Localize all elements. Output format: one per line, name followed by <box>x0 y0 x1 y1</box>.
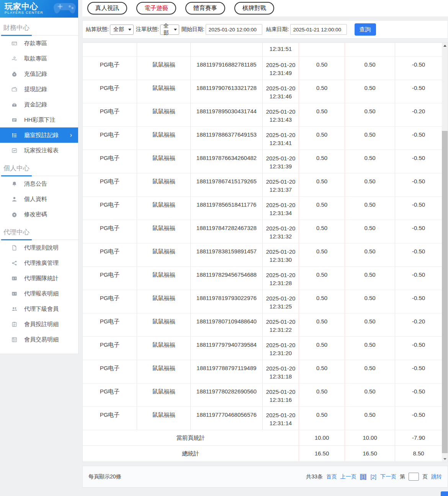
game-cell: 鼠鼠福福 <box>137 173 191 196</box>
game-category-tab[interactable]: 棋牌對戰 <box>234 2 274 15</box>
game-cell: 鼠鼠福福 <box>137 127 191 150</box>
game-category-tab[interactable]: 電子遊藝 <box>136 2 176 15</box>
sidebar-item[interactable]: 修改密碼 <box>0 207 78 222</box>
sidebar-item[interactable]: 消息公告 <box>0 176 78 191</box>
sidebar-item-label: 代理下級會員 <box>24 305 59 313</box>
sidebar-item[interactable]: 玩家投注報表 <box>0 143 78 158</box>
order-number-cell: 1881197916882781185 <box>191 57 263 80</box>
sidebar-item[interactable]: 代理團隊統計 <box>0 271 78 286</box>
winloss-cell: -0.50 <box>395 407 442 430</box>
jump-page-input[interactable] <box>409 473 419 481</box>
time-cell: 2025-01-20 12:31:49 <box>263 57 299 80</box>
users-icon <box>11 306 18 312</box>
sidebar-item[interactable]: 充值記錄 <box>0 66 78 82</box>
sidebar-item[interactable]: 廳室投註記錄 › <box>0 127 78 143</box>
corner-widget[interactable] <box>441 491 448 496</box>
time-cell: 2025-01-20 12:31:28 <box>263 267 299 290</box>
valid-amount-cell: 0.50 <box>345 150 395 173</box>
time-line: 12:31:49 <box>270 69 292 77</box>
sidebar-item[interactable]: 代理推廣管理 <box>0 255 78 271</box>
scroll-up-arrow[interactable] <box>442 43 448 49</box>
table-row: PG电子 鼠鼠福福 1881197895030431744 2025-01-20… <box>83 103 442 127</box>
order-status-value: 全部 <box>164 23 172 36</box>
next-page-link[interactable]: 下一页 <box>380 473 396 480</box>
order-status-select[interactable]: 全部 <box>160 24 179 35</box>
scroll-down-arrow[interactable] <box>442 456 448 462</box>
sidebar-section-finance: 財務中心 存款專區 取款專區 充值記錄 提現記錄 <box>0 18 78 158</box>
share-icon <box>11 260 18 266</box>
time-line: 12:31:18 <box>270 372 292 380</box>
scrollbar-thumb[interactable] <box>442 131 448 453</box>
bet-amount-cell: 0.50 <box>299 243 345 266</box>
order-number-cell: 1881197847282467328 <box>191 220 263 243</box>
sidebar-item-label: 玩家投注報表 <box>24 147 59 154</box>
time-cell: 2025-01-20 12:31:22 <box>263 313 299 336</box>
time-line: 12:31:41 <box>270 139 292 147</box>
game-cell: 鼠鼠福福 <box>137 80 191 103</box>
time-line: 12:31:22 <box>270 326 292 334</box>
date-line: 2025-01-20 <box>266 411 296 419</box>
sidebar-item[interactable]: 代理規則說明 <box>0 240 78 255</box>
winloss-cell: -0.50 <box>395 290 442 313</box>
lottery-ticket-icon <box>11 117 18 123</box>
time-line: 12:31:30 <box>270 256 292 264</box>
total-count-text: 共33条 <box>306 473 323 480</box>
sidebar-item-label: 充值記錄 <box>24 70 47 78</box>
jump-button[interactable]: 跳转 <box>431 473 442 480</box>
sidebar-item-label: 代理推廣管理 <box>24 259 59 267</box>
bet-records-table: 12:31:51 PG电子 鼠鼠福福 1881197916882781185 2… <box>82 42 448 462</box>
game-cell: 鼠鼠福福 <box>137 407 191 430</box>
sidebar-item[interactable]: 會員交易明細 <box>0 332 78 347</box>
idcard-icon <box>11 276 18 281</box>
hall-cell: PG电子 <box>83 173 137 196</box>
sidebar-item-label: 會員投註明細 <box>24 321 59 328</box>
winloss-cell: -0.50 <box>395 220 442 243</box>
valid-amount-cell: 0.50 <box>345 337 395 360</box>
sidebar-item[interactable]: HH彩票下注 <box>0 112 78 127</box>
sidebar-item[interactable]: 會員投註明細 <box>0 317 78 332</box>
withdraw-hand-icon <box>11 56 18 62</box>
page-number-link[interactable]: [2] <box>370 474 377 480</box>
time-cell: 2025-01-20 12:31:32 <box>263 220 299 243</box>
sidebar-item[interactable]: 取款專區 <box>0 51 78 66</box>
game-category-tab[interactable]: 真人視訊 <box>87 2 127 15</box>
winloss-cell: -0.50 <box>395 173 442 196</box>
order-number-cell: 1881197788797119489 <box>191 360 263 383</box>
summary-label-cell: 總統計 <box>83 446 299 461</box>
purse-icon <box>11 102 18 108</box>
winloss-cell: -0.50 <box>395 383 442 406</box>
winloss-cell: -0.20 <box>395 313 442 336</box>
sidebar-item[interactable]: 個人資料 <box>0 191 78 207</box>
winloss-cell: -0.50 <box>395 57 442 80</box>
date-line: 2025-01-20 <box>266 108 296 116</box>
order-status-label: 注單狀態: <box>136 26 159 33</box>
game-cell: 鼠鼠福福 <box>137 220 191 243</box>
hall-cell: PG电子 <box>83 360 137 383</box>
time-line: 12:31:14 <box>270 419 292 427</box>
game-cell: 鼠鼠福福 <box>137 150 191 173</box>
sidebar-item[interactable]: 代理報表明細 <box>0 286 78 301</box>
sidebar-item-label: 代理團隊統計 <box>24 275 59 282</box>
sidebar-item[interactable]: 存款專區 <box>0 36 78 51</box>
table-scrollbar[interactable] <box>442 43 448 462</box>
sidebar-item[interactable]: 提現記錄 <box>0 82 78 97</box>
start-date-input[interactable] <box>206 24 262 35</box>
sidebar-item-label: 消息公告 <box>24 180 47 188</box>
game-cell: 鼠鼠福福 <box>137 103 191 126</box>
first-page-link[interactable]: 首页 <box>326 473 337 480</box>
game-category-tab[interactable]: 體育賽事 <box>185 2 225 15</box>
sidebar-item[interactable]: 資金記錄 <box>0 97 78 112</box>
settle-status-select[interactable]: 全部 <box>110 24 134 35</box>
hall-cell: PG电子 <box>83 80 137 103</box>
sidebar-item-label: 代理報表明細 <box>24 290 59 297</box>
game-cell: 鼠鼠福福 <box>137 360 191 383</box>
time-cell: 12:31:51 <box>263 43 299 56</box>
prev-page-link[interactable]: 上一页 <box>340 473 356 480</box>
bet-amount-cell: 0.50 <box>299 313 345 336</box>
sidebar-item[interactable]: 代理下級會員 <box>0 301 78 317</box>
page-number-link[interactable]: [1] <box>360 474 367 480</box>
table-row: PG电子 鼠鼠福福 1881197847282467328 2025-01-20… <box>83 220 442 243</box>
summary-row: 總統計 16.50 16.50 8.50 <box>83 446 442 462</box>
end-date-input[interactable] <box>290 24 347 35</box>
search-button[interactable]: 查詢 <box>355 23 376 36</box>
